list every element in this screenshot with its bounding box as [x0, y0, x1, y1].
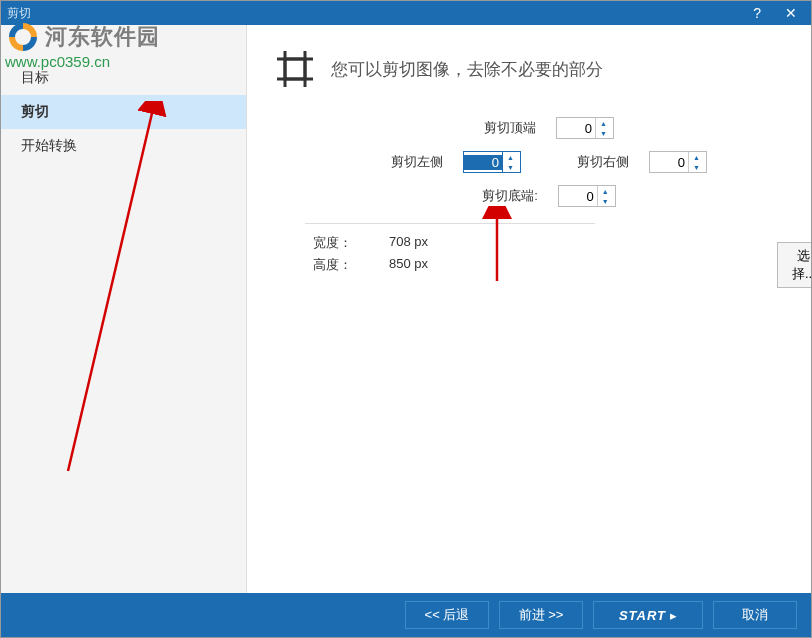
back-button[interactable]: << 后退: [405, 601, 489, 629]
close-icon[interactable]: ✕: [785, 5, 797, 21]
crop-bottom-input[interactable]: [559, 189, 597, 204]
up-icon[interactable]: ▲: [503, 152, 518, 162]
crop-bottom-label: 剪切底端:: [482, 187, 538, 205]
crop-right-input[interactable]: [650, 155, 688, 170]
cancel-button[interactable]: 取消: [713, 601, 797, 629]
height-value: 850 px: [389, 256, 428, 274]
width-value: 708 px: [389, 234, 428, 252]
down-icon[interactable]: ▼: [596, 128, 611, 138]
down-icon[interactable]: ▼: [689, 162, 704, 172]
crop-right-spinner[interactable]: ▲ ▼: [649, 151, 707, 173]
crop-icon: [275, 49, 315, 89]
play-icon: ▸: [670, 608, 677, 623]
height-label: 高度：: [313, 256, 369, 274]
sidebar: 目标 剪切 开始转换: [1, 25, 247, 593]
up-icon[interactable]: ▲: [596, 118, 611, 128]
down-icon[interactable]: ▼: [503, 162, 518, 172]
up-icon[interactable]: ▲: [598, 186, 613, 196]
window-title: 剪切: [7, 5, 753, 22]
sidebar-item-crop[interactable]: 剪切: [1, 95, 246, 129]
down-icon[interactable]: ▼: [598, 196, 613, 206]
up-icon[interactable]: ▲: [689, 152, 704, 162]
titlebar: 剪切 ? ✕: [1, 1, 811, 25]
select-button[interactable]: 选择...: [777, 242, 812, 288]
crop-right-label: 剪切右侧: [577, 153, 629, 171]
header-text: 您可以剪切图像，去除不必要的部分: [331, 58, 603, 81]
width-label: 宽度：: [313, 234, 369, 252]
crop-top-spinner[interactable]: ▲ ▼: [556, 117, 614, 139]
content: 您可以剪切图像，去除不必要的部分 剪切顶端 ▲ ▼ 剪切左侧: [247, 25, 811, 593]
forward-button[interactable]: 前进 >>: [499, 601, 583, 629]
divider: [305, 223, 595, 224]
crop-left-spinner[interactable]: ▲ ▼: [463, 151, 521, 173]
crop-top-input[interactable]: [557, 121, 595, 136]
crop-left-input[interactable]: [464, 155, 502, 170]
svg-rect-0: [285, 59, 305, 79]
sidebar-item-target[interactable]: 目标: [1, 61, 246, 95]
help-icon[interactable]: ?: [753, 5, 761, 21]
footer: << 后退 前进 >> START ▸ 取消: [1, 593, 811, 637]
start-button[interactable]: START ▸: [593, 601, 703, 629]
crop-top-label: 剪切顶端: [484, 119, 536, 137]
crop-bottom-spinner[interactable]: ▲ ▼: [558, 185, 616, 207]
sidebar-item-start-convert[interactable]: 开始转换: [1, 129, 246, 163]
crop-left-label: 剪切左侧: [391, 153, 443, 171]
